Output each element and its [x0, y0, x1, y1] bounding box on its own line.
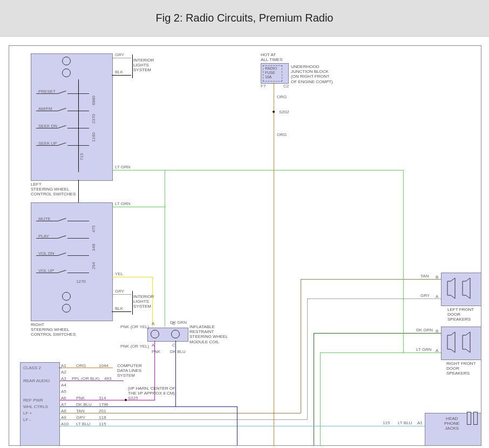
pin-C2: C: [172, 343, 175, 348]
wire-DKGRN-r: DK GRN: [416, 328, 433, 332]
splice-s202: [273, 111, 275, 113]
pin-A10: A10: [61, 422, 69, 426]
headphone-jack-icon: [473, 412, 478, 425]
pin-A1: A1: [61, 363, 66, 368]
row-A1-n: 1044: [99, 363, 108, 368]
row-A6-n: 314: [99, 396, 106, 401]
wire-BLK-2: BLK: [115, 306, 123, 311]
label-coil: INFLATABLERESTRAINTSTEERING WHEELMODULE …: [189, 324, 228, 344]
hp-wire-n: 115: [383, 420, 390, 425]
label-radio-fuse: RADIOFUSE10A: [265, 66, 277, 79]
spk-pin-B2: B: [436, 329, 438, 334]
page-title: Fig 2: Radio Circuits, Premium Radio: [0, 0, 489, 37]
label-lf-speakers: LEFT FRONTDOOR SPEAKERS: [447, 307, 481, 322]
label-left-steering: LEFTSTEERING WHEELCONTROL SWITCHES: [31, 182, 76, 197]
headphone-jack-icon: [467, 412, 471, 425]
spk-pin-A2: A: [436, 348, 438, 353]
wire-ORG-2: ORG: [277, 132, 287, 137]
wire-GRY-r: GRY: [420, 293, 430, 298]
conn-class2: CLASS 2: [23, 365, 41, 370]
lamp-icon: [62, 292, 71, 301]
pin-A4: A4: [61, 383, 66, 388]
label-iph: (I/P HARN, CENTER OFTHE I/P APPROX 8 CM): [128, 386, 175, 396]
spk-pin-A: A: [436, 294, 438, 299]
row-A10-n: 115: [99, 422, 106, 426]
wire-pnk-bot: PNK: [152, 349, 160, 354]
spk-pin-B: B: [436, 275, 438, 280]
wire-GRY: GRY: [115, 52, 124, 57]
res-294: 294: [91, 262, 96, 269]
row-A3-c: PPL (OR BLK): [72, 376, 100, 381]
lamp-icon: [62, 57, 71, 65]
label-right-steering: RIGHTSTEERING WHEELCONTROL SWITCHES: [31, 322, 76, 337]
wiring-diagram: LEFTSTEERING WHEELCONTROL SWITCHES GRY B…: [9, 45, 481, 446]
wire-YEL: YEL: [115, 271, 123, 276]
row-A8-c: TAN: [76, 409, 84, 413]
res-1270: 1270: [76, 279, 86, 284]
conn-rearaudio: REAR AUDIO: [23, 378, 50, 383]
conn-lfm: LF -: [23, 417, 31, 422]
row-A10-c: LT BLU: [76, 422, 90, 426]
speaker-icon: [445, 331, 477, 354]
wire-pnkyel-top: PNK (OR YEL): [120, 324, 149, 329]
hp-wire-c: LT BLU: [398, 420, 412, 425]
pin-A5: A5: [61, 389, 66, 394]
row-A6-c: PNK: [76, 396, 85, 401]
pin-A2: A2: [61, 370, 66, 375]
label-rf-speakers: RIGHT FRONTDOOR SPEAKERS: [446, 361, 481, 376]
pin-A6: A6: [61, 396, 66, 401]
wire-LTGRN-1: LT GRN: [115, 165, 131, 169]
splice-S225: S225: [128, 396, 138, 401]
conn-lfp: LF +: [23, 411, 32, 416]
res-348: 348: [91, 244, 96, 251]
diagram-wrapper: LEFTSTEERING WHEELCONTROL SWITCHES GRY B…: [0, 37, 489, 448]
pin-A: A: [152, 321, 154, 326]
wire-dkgrn-top: DK GRN: [170, 320, 187, 325]
row-A8-n: 201: [99, 409, 106, 413]
pin-A8: A8: [61, 409, 66, 413]
row-A7-n: 1796: [99, 402, 108, 407]
label-interior-lights-2: INTERIORLIGHTSSYSTEM: [133, 294, 154, 309]
pin-C2j: C2: [283, 84, 289, 89]
label-underhood: UNDERHOODJUNCTION BLOCK(ON RIGHT FRONTOF…: [291, 64, 333, 84]
row-A9-n: 118: [99, 415, 106, 420]
row-A1-c: ORG: [76, 363, 86, 368]
coil-icon: [151, 330, 159, 338]
pin-A9: A9: [61, 415, 66, 420]
wire-ORG-1: ORG: [277, 94, 287, 99]
wire-pnkyel-bot: PNK (OR YEL): [120, 344, 149, 349]
pin-A3: A3: [61, 376, 66, 381]
res-2370: 2370: [91, 114, 96, 124]
wire-BLK: BLK: [115, 70, 123, 74]
res-6880: 6880: [91, 96, 96, 105]
res-715: 715: [79, 153, 84, 160]
wire-dkblu-bot: DK BLU: [170, 349, 186, 354]
conn-whlctrls: WHL CTRLS: [23, 404, 48, 409]
hp-wire-p: A1: [417, 420, 423, 425]
wire-TAN-r: TAN: [420, 274, 429, 279]
conn-refpwr: REF PWR: [23, 398, 43, 403]
speaker-icon: [445, 277, 477, 300]
label-compdata: COMPUTERDATA LINESSYSTEM: [117, 363, 142, 378]
splice-S202: S202: [279, 110, 289, 114]
coil-icon: [171, 330, 180, 338]
row-A3-n: 493: [104, 376, 111, 381]
pin-A7: A7: [61, 402, 66, 407]
wire-LTGRN-r: LT GRN: [416, 347, 432, 352]
res-1160: 1160: [91, 132, 96, 142]
pin-F7: F7: [261, 84, 266, 89]
label-interior-lights: INTERIORLIGHTSSYSTEM: [133, 58, 154, 73]
lamp-icon: [62, 304, 71, 313]
label-hotat: HOT ATALL TIMES: [261, 52, 282, 62]
block-left-steering: [31, 53, 113, 181]
splice-dot-s225: [125, 399, 127, 401]
res-475: 475: [91, 226, 96, 233]
wire-LTGRN-2: LT GRN: [115, 201, 131, 206]
row-A7-c: DK BLU: [76, 402, 92, 407]
label-headphone: HEADPHONEJACKS: [444, 416, 459, 431]
lamp-icon: [62, 69, 71, 77]
row-A9-c: GRY: [76, 415, 85, 420]
wire-GRY-2: GRY: [115, 289, 124, 294]
